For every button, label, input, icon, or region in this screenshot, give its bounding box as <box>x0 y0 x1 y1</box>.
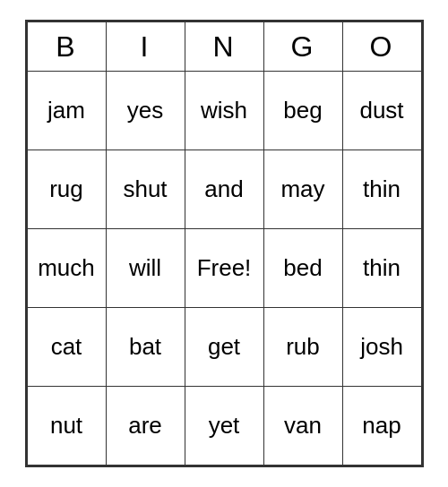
cell-r4-c2: yet <box>185 387 263 466</box>
cell-r1-c2: and <box>185 150 263 229</box>
table-row: muchwillFree!bedthin <box>27 229 421 308</box>
header-row: B I N G O <box>27 22 421 72</box>
col-i: I <box>106 22 185 72</box>
cell-r0-c2: wish <box>185 72 263 150</box>
cell-r0-c4: dust <box>342 72 421 150</box>
bingo-table: B I N G O jamyeswishbegdustrugshutandmay… <box>27 21 422 466</box>
cell-r3-c3: rub <box>263 308 342 387</box>
table-row: catbatgetrubjosh <box>27 308 421 387</box>
cell-r3-c4: josh <box>342 308 421 387</box>
cell-r1-c3: may <box>263 150 342 229</box>
col-g: G <box>263 22 342 72</box>
cell-r1-c1: shut <box>106 150 185 229</box>
cell-r2-c0: much <box>27 229 106 308</box>
cell-r3-c1: bat <box>106 308 185 387</box>
table-row: nutareyetvannap <box>27 387 421 466</box>
col-o: O <box>342 22 421 72</box>
cell-r0-c0: jam <box>27 72 106 150</box>
col-n: N <box>185 22 263 72</box>
cell-r3-c2: get <box>185 308 263 387</box>
cell-r2-c4: thin <box>342 229 421 308</box>
cell-r1-c4: thin <box>342 150 421 229</box>
cell-r0-c1: yes <box>106 72 185 150</box>
cell-r2-c2: Free! <box>185 229 263 308</box>
cell-r4-c4: nap <box>342 387 421 466</box>
cell-r3-c0: cat <box>27 308 106 387</box>
cell-r4-c3: van <box>263 387 342 466</box>
cell-r0-c3: beg <box>263 72 342 150</box>
bingo-body: jamyeswishbegdustrugshutandmaythinmuchwi… <box>27 72 421 466</box>
cell-r4-c0: nut <box>27 387 106 466</box>
cell-r2-c1: will <box>106 229 185 308</box>
bingo-card: B I N G O jamyeswishbegdustrugshutandmay… <box>25 20 424 467</box>
cell-r4-c1: are <box>106 387 185 466</box>
table-row: jamyeswishbegdust <box>27 72 421 150</box>
cell-r1-c0: rug <box>27 150 106 229</box>
col-b: B <box>27 22 106 72</box>
cell-r2-c3: bed <box>263 229 342 308</box>
table-row: rugshutandmaythin <box>27 150 421 229</box>
